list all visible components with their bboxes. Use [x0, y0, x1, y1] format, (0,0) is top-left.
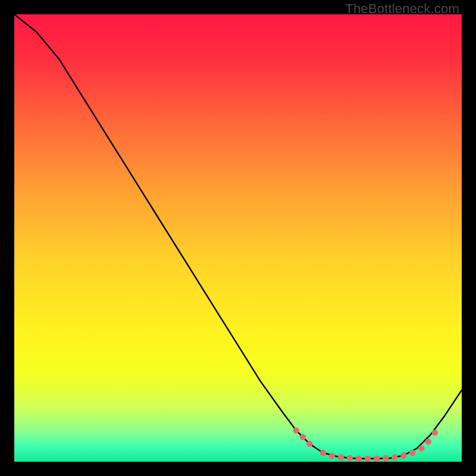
marker-point [409, 450, 415, 456]
plot-background [14, 14, 462, 462]
marker-point [425, 439, 431, 444]
marker-point [320, 450, 326, 456]
marker-point [400, 452, 406, 458]
marker-point [365, 456, 371, 462]
marker-point [293, 427, 299, 433]
marker-point [418, 445, 424, 451]
marker-point [392, 454, 397, 460]
marker-point [300, 434, 306, 440]
marker-point [306, 441, 312, 447]
bottleneck-chart [14, 14, 462, 462]
marker-point [374, 456, 380, 462]
marker-point [338, 454, 344, 460]
marker-point [432, 430, 438, 436]
marker-point [356, 456, 362, 462]
marker-point [329, 453, 335, 459]
chart-frame [14, 14, 462, 462]
marker-point [347, 455, 353, 461]
marker-point [383, 455, 389, 461]
